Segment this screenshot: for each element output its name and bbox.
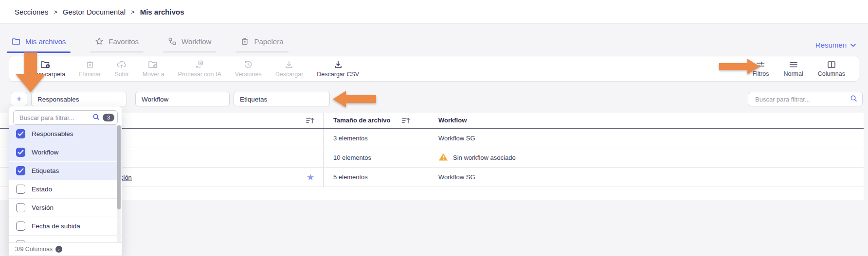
filter-input-workflow[interactable] [135, 92, 230, 106]
table-row[interactable]: 3 elementos Workflow SG [0, 129, 864, 148]
normal-view-button[interactable]: Normal [783, 60, 803, 77]
tab-label: Workflow [181, 37, 211, 46]
column-option-workflow[interactable]: Workflow [9, 143, 122, 162]
resumen-toggle[interactable]: Resumen [815, 41, 856, 49]
sort-icon[interactable] [306, 117, 314, 124]
upload-cloud-icon [116, 60, 127, 69]
filter-bar: + [0, 92, 868, 106]
info-icon[interactable]: i [55, 246, 62, 253]
breadcrumb: Secciones > Gestor Documental > Mis arch… [0, 0, 868, 24]
add-filter-button[interactable]: + [11, 92, 27, 106]
history-icon [243, 60, 253, 69]
breadcrumb-separator: > [54, 8, 57, 16]
table-row[interactable]: ción ★ 5 elementos Workflow SG [0, 168, 864, 187]
tab-label: Favoritos [108, 37, 139, 46]
size-cell: 5 elementos [324, 168, 430, 187]
download-csv-button[interactable]: Descargar CSV [317, 60, 359, 78]
gestor-documental-screen: Secciones > Gestor Documental > Mis arch… [0, 0, 868, 256]
filter-input-responsables[interactable] [31, 92, 127, 106]
breadcrumb-secciones[interactable]: Secciones [15, 8, 48, 16]
tab-favoritos[interactable]: Favoritos [90, 37, 144, 53]
toolbar-button-label: Versiones [235, 71, 262, 78]
tab-papelera[interactable]: Papelera [235, 37, 288, 53]
dropdown-scrollbar-thumb[interactable] [117, 125, 121, 209]
option-label: Fecha de subida [32, 222, 80, 230]
trash-icon [240, 37, 249, 46]
search-icon[interactable] [850, 95, 857, 104]
column-header-label: Tamaño de archivo [333, 117, 391, 124]
move-to-button[interactable]: Mover a [143, 60, 164, 78]
option-label: Versión [32, 204, 54, 211]
ai-hand-icon [194, 60, 205, 69]
download-icon [284, 60, 294, 69]
columns-button[interactable]: Columnas [818, 60, 845, 77]
tab-underline [235, 51, 288, 52]
process-with-ai-button[interactable]: Procesar con IA [178, 60, 221, 78]
table-header-row: Tamaño de archivo Workflow [0, 113, 864, 129]
column-chooser-dropdown: 3 Responsables Workflow Etiquetas [9, 106, 122, 256]
folder-icon [12, 37, 20, 46]
download-button[interactable]: Descargar [275, 60, 304, 78]
search-icon [92, 113, 100, 122]
toolbar-button-label: Descargar [275, 71, 304, 78]
files-table: Tamaño de archivo Workflow 3 elementos W… [0, 113, 864, 200]
tab-label: Papelera [254, 37, 283, 46]
favorite-star-icon[interactable]: ★ [307, 173, 314, 182]
column-option-responsables[interactable]: Responsables [9, 125, 122, 143]
checkbox-checked-icon[interactable] [16, 166, 25, 175]
toolbar-button-label: Eliminar [79, 71, 101, 78]
toolbar-button-label: Procesar con IA [178, 71, 221, 78]
column-header-workflow: Workflow [430, 113, 864, 128]
column-option-version[interactable]: Versión [9, 199, 122, 217]
table-row[interactable]: 10 elementos Sin workflow asociado [0, 148, 864, 168]
tab-workflow[interactable]: Workflow [163, 37, 216, 53]
warning-icon [438, 153, 448, 163]
list-lines-icon [789, 60, 798, 69]
toolbar-button-label: Subir [114, 71, 128, 78]
tab-mis-archivos[interactable]: Mis archivos [7, 37, 71, 53]
toolbar-right-group: Filtros Normal Columnas [752, 60, 845, 77]
toolbar-button-label: Descargar CSV [317, 71, 359, 78]
column-option-estado[interactable]: Estado [9, 180, 122, 199]
selected-count-badge: 3 [103, 114, 114, 121]
toolbar-left-group: Nueva carpeta Eliminar Subir Mover a [26, 60, 359, 78]
dropdown-search-input[interactable] [18, 114, 90, 122]
versions-button[interactable]: Versiones [235, 60, 262, 78]
checkbox-unchecked-icon[interactable] [16, 203, 25, 212]
breadcrumb-gestor-documental[interactable]: Gestor Documental [63, 8, 126, 16]
resumen-label: Resumen [815, 41, 847, 49]
dropdown-search-box: 3 [13, 110, 118, 125]
tab-label: Mis archivos [25, 37, 66, 46]
column-option-fecha-de-subida[interactable]: Fecha de subida [9, 217, 122, 236]
sort-icon[interactable] [401, 117, 410, 124]
section-tabs: Mis archivos Favoritos Workflow [7, 37, 289, 53]
toolbar-button-label: Columnas [818, 70, 845, 77]
delete-button[interactable]: Eliminar [79, 60, 101, 78]
upload-button[interactable]: Subir [114, 60, 128, 78]
star-icon [95, 37, 104, 46]
size-cell: 3 elementos [324, 129, 430, 148]
dropdown-footer: 3/9 Columnas i [9, 242, 122, 256]
checkbox-checked-icon[interactable] [16, 129, 25, 138]
move-folder-icon [148, 60, 159, 69]
workflow-cell: Workflow SG [430, 129, 864, 148]
column-header-size: Tamaño de archivo [324, 113, 430, 128]
annotation-arrow-left [333, 91, 376, 107]
download-csv-icon [333, 60, 343, 69]
workflow-cell: Workflow SG [430, 168, 864, 187]
table-search-input[interactable] [754, 95, 850, 103]
breadcrumb-mis-archivos: Mis archivos [140, 8, 184, 16]
tab-underline [90, 51, 144, 52]
option-label: Workflow [32, 149, 58, 156]
option-label: Etiquetas [32, 167, 59, 174]
option-label: Estado [32, 186, 52, 193]
checkbox-unchecked-icon[interactable] [16, 185, 25, 194]
checkbox-checked-icon[interactable] [16, 148, 25, 157]
chevron-down-icon [850, 41, 856, 49]
size-cell: 10 elementos [324, 148, 430, 167]
column-option-list: Responsables Workflow Etiquetas Estado [9, 125, 122, 254]
checkbox-unchecked-icon[interactable] [16, 222, 25, 231]
column-option-etiquetas[interactable]: Etiquetas [9, 162, 122, 180]
filter-input-etiquetas[interactable] [234, 92, 330, 106]
workflow-cell: Sin workflow asociado [430, 148, 864, 167]
